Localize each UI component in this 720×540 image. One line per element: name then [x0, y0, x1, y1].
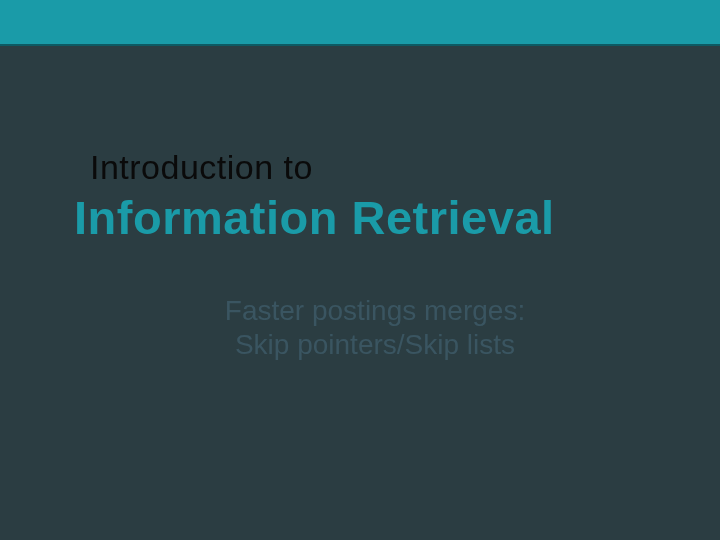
header-bar: [0, 0, 720, 46]
slide-subtitle: Faster postings merges: Skip pointers/Sk…: [210, 294, 540, 361]
slide-content: Introduction to Information Retrieval Fa…: [0, 46, 720, 540]
slide-overline: Introduction to: [90, 148, 313, 187]
subtitle-line-1: Faster postings merges:: [225, 295, 525, 326]
slide-title: Information Retrieval: [74, 190, 555, 245]
subtitle-line-2: Skip pointers/Skip lists: [235, 329, 515, 360]
